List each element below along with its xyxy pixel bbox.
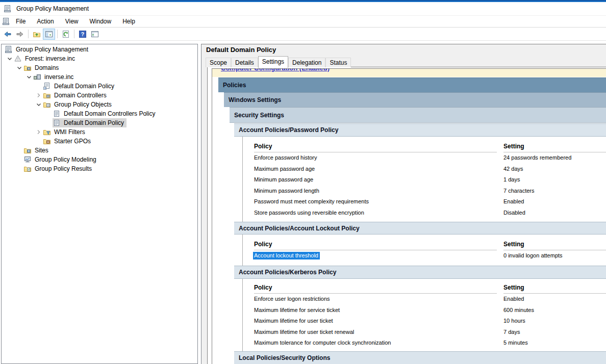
starter-gpo-folder-icon xyxy=(43,137,51,145)
tab-status[interactable]: Status xyxy=(325,58,351,67)
chevron-down-icon[interactable] xyxy=(6,55,14,63)
chevron-down-icon[interactable] xyxy=(35,100,43,109)
domain-icon xyxy=(33,73,41,81)
windows-settings-band[interactable]: Windows Settings xyxy=(224,92,606,107)
tree-item-default-domain-policy[interactable]: Default Domain Policy xyxy=(2,82,197,91)
toolbar-separator xyxy=(57,30,58,38)
policy-row: Enforce user logon restrictionsEnabled xyxy=(242,294,606,305)
tree-item-label: inverse.inc xyxy=(43,73,74,81)
setting-column-header: Setting xyxy=(503,239,606,250)
policy-column-header: Policy xyxy=(254,239,497,250)
tree-item-wmi-filters[interactable]: WMI Filters xyxy=(2,127,197,137)
tree-item-forest-inverse-inc[interactable]: Forest: inverse.inc xyxy=(2,54,197,63)
policy-name-cell: Minimum password age xyxy=(254,174,497,186)
chevron-right-icon[interactable] xyxy=(35,91,43,99)
toolbar: ? xyxy=(0,28,606,41)
selected-tree-item: Default Domain Policy xyxy=(53,118,127,127)
policy-setting-cell: 7 characters xyxy=(503,185,606,196)
policy-name-link[interactable]: Store passwords using reversible encrypt… xyxy=(254,210,364,216)
policy-setting-cell: 600 minutes xyxy=(503,304,606,316)
policy-name-cell: Maximum lifetime for service ticket xyxy=(254,304,497,316)
policy-row: Minimum password age1 days xyxy=(242,174,606,186)
security-settings-band[interactable]: Security Settings xyxy=(230,107,606,123)
menu-file[interactable]: File xyxy=(10,16,31,27)
tree-item-label: Group Policy Results xyxy=(34,165,93,172)
help-icon: ? xyxy=(79,30,87,38)
tree-item-group-policy-results[interactable]: Group Policy Results xyxy=(2,164,197,173)
tree-item-group-policy-objects[interactable]: Group Policy Objects xyxy=(2,100,197,109)
back-button[interactable] xyxy=(2,29,14,40)
policy-name-link[interactable]: Maximum password age xyxy=(254,166,315,172)
kerberos-policy-band[interactable]: Account Policies/Kerberos Policy xyxy=(234,266,606,279)
policies-band[interactable]: Policies xyxy=(218,77,606,92)
security-settings-band-label: Security Settings xyxy=(230,112,284,119)
chevron-down-icon[interactable] xyxy=(15,64,23,72)
tree-item-label: Sites xyxy=(34,147,49,154)
tree-item-label: Group Policy Objects xyxy=(53,101,113,108)
tree-item-body: Group Policy Objects xyxy=(43,100,114,109)
forward-icon xyxy=(16,30,24,38)
security-options-band[interactable]: Local Policies/Security Options xyxy=(234,351,606,364)
account-lockout-policy-table: PolicySettingAccount lockout threshold0 … xyxy=(242,239,606,261)
policy-row: Maximum password age42 days xyxy=(242,163,606,174)
tree-item-starter-gpos[interactable]: Starter GPOs xyxy=(2,137,197,146)
policy-name-link[interactable]: Maximum lifetime for service ticket xyxy=(254,307,340,313)
policy-name-link[interactable]: Maximum tolerance for computer clock syn… xyxy=(254,340,391,346)
tab-scope[interactable]: Scope xyxy=(206,58,231,67)
policy-name-link[interactable]: Enforce password history xyxy=(254,154,317,161)
policy-row: Account lockout threshold0 invalid logon… xyxy=(242,250,606,262)
policy-setting-cell: 0 invalid logon attempts xyxy=(503,250,606,262)
menu-help[interactable]: Help xyxy=(117,16,141,27)
tree-item-domains[interactable]: Domains xyxy=(2,63,197,72)
menu-window[interactable]: Window xyxy=(84,16,117,27)
forward-button[interactable] xyxy=(14,29,26,40)
tab-details[interactable]: Details xyxy=(231,58,258,67)
menu-action[interactable]: Action xyxy=(31,16,59,27)
tree-item-default-domain-policy[interactable]: Default Domain Policy xyxy=(2,118,197,127)
menu-view[interactable]: View xyxy=(60,16,84,27)
chevron-right-icon[interactable] xyxy=(35,128,43,136)
tab-settings[interactable]: Settings xyxy=(258,56,288,68)
help-button[interactable]: ? xyxy=(77,29,89,40)
tree-item-group-policy-management[interactable]: Group Policy Management xyxy=(2,45,197,54)
policy-name-link[interactable]: Maximum lifetime for user ticket xyxy=(254,318,333,324)
tree-item-sites[interactable]: Sites xyxy=(2,146,197,155)
toolbar-separator xyxy=(74,30,74,38)
back-icon xyxy=(4,30,12,38)
password-policy-band[interactable]: Account Policies/Password Policy xyxy=(234,123,606,137)
refresh-button[interactable] xyxy=(60,29,72,40)
policy-name-link[interactable]: Maximum lifetime for user ticket renewal xyxy=(254,329,354,335)
tab-delegation[interactable]: Delegation xyxy=(288,58,325,67)
policy-name-link[interactable]: Enforce user logon restrictions xyxy=(254,296,330,302)
kerberos-policy-table: PolicySettingEnforce user logon restrict… xyxy=(242,282,606,348)
tree-item-label: Starter GPOs xyxy=(53,138,92,145)
account-lockout-policy-band[interactable]: Account Policies/Account Lockout Policy xyxy=(234,222,606,235)
selected-policy-text[interactable]: Account lockout threshold xyxy=(253,252,320,259)
computer-configuration-link[interactable]: Computer Configuration (Enabled) xyxy=(216,69,330,72)
policy-name-link[interactable]: Minimum password age xyxy=(254,176,313,183)
settings-tab-content: Computer Configuration (Enabled) Policie… xyxy=(207,67,606,364)
gpo-title: Default Domain Policy xyxy=(206,46,276,54)
new-window-icon xyxy=(91,30,99,38)
policy-setting-cell: 5 minutes xyxy=(503,337,606,349)
policy-name-link[interactable]: Minimum password length xyxy=(254,188,319,194)
domains-folder-icon xyxy=(23,64,32,72)
policy-name-cell: Enforce password history xyxy=(254,152,497,164)
tree-item-group-policy-modeling[interactable]: Group Policy Modeling xyxy=(2,155,197,164)
tree-item-inverse-inc[interactable]: inverse.inc xyxy=(2,72,197,82)
tree-item-label: Default Domain Policy xyxy=(63,119,125,126)
policy-name-link[interactable]: Password must meet complexity requiremen… xyxy=(254,198,369,204)
new-window-button[interactable] xyxy=(89,29,101,40)
setting-column-header: Setting xyxy=(503,282,606,294)
policy-setting-cell: Enabled xyxy=(503,294,606,305)
chevron-down-icon[interactable] xyxy=(25,73,33,81)
policy-row: Maximum lifetime for user ticket10 hours xyxy=(242,316,606,327)
show-console-tree-button[interactable] xyxy=(43,29,55,40)
tree-item-default-domain-controllers-policy[interactable]: Default Domain Controllers Policy xyxy=(2,109,197,118)
console-tree-panel: Group Policy ManagementForest: inverse.i… xyxy=(1,44,198,364)
tree-item-body: Default Domain Controllers Policy xyxy=(53,109,158,118)
computer-configuration-header[interactable]: Computer Configuration (Enabled) xyxy=(212,69,606,77)
policy-row: Maximum tolerance for computer clock syn… xyxy=(242,337,606,349)
up-one-level-button[interactable] xyxy=(31,29,43,40)
tree-item-domain-controllers[interactable]: Domain Controllers xyxy=(2,91,197,100)
